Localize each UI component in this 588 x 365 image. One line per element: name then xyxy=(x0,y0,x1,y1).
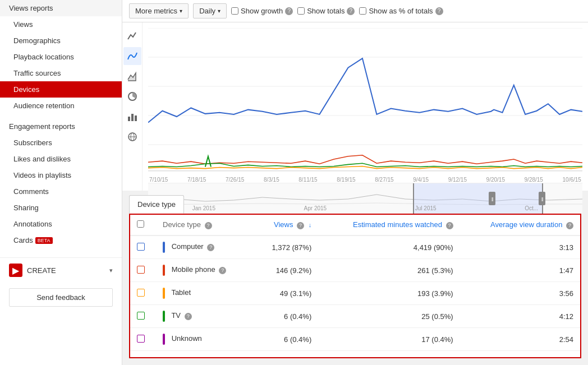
x-label-7: 9/4/15 xyxy=(413,177,429,183)
sidebar-item-videos-in-playlists[interactable]: Videos in playlists xyxy=(0,167,122,183)
views-value: 6 (0.4%) xyxy=(252,305,318,328)
row-checkbox[interactable] xyxy=(137,266,145,274)
col-header-estimated-minutes: Estimated minutes watched ? xyxy=(318,215,460,235)
nav-handle-left[interactable] xyxy=(489,192,495,205)
sidebar-item-engagement-reports[interactable]: Engagement reports xyxy=(0,118,122,135)
show-totals-help-icon[interactable]: ? xyxy=(347,7,355,15)
dropdown-arrow-icon: ▾ xyxy=(180,8,182,14)
show-growth-checkbox[interactable] xyxy=(231,7,238,15)
area-chart-icon-btn[interactable] xyxy=(123,67,141,85)
sidebar-item-playback-locations[interactable]: Playback locations xyxy=(0,49,122,65)
svg-rect-2 xyxy=(131,114,134,121)
show-totals-checkbox[interactable] xyxy=(297,7,305,15)
dropdown-arrow-icon: ▾ xyxy=(218,8,220,14)
row-checkbox-cell xyxy=(130,282,156,305)
sidebar-item-views[interactable]: Views xyxy=(0,16,122,33)
x-label-10: 9/28/15 xyxy=(525,177,543,183)
row-checkbox[interactable] xyxy=(137,243,145,251)
row-help-icon[interactable]: ? xyxy=(207,244,214,251)
sidebar-item-audience-retention[interactable]: Audience retention xyxy=(0,98,122,114)
views-value: 1,372 (87%) xyxy=(252,235,318,259)
data-table-wrapper: Device type ? Views ? ↓ Estimated minute… xyxy=(129,214,581,358)
device-link[interactable]: Unknown xyxy=(172,334,202,343)
sidebar-item-likes-dislikes[interactable]: Likes and dislikes xyxy=(0,151,122,167)
sidebar-item-sharing[interactable]: Sharing xyxy=(0,200,122,216)
avg-duration-value: 2:54 xyxy=(460,328,580,351)
show-as-pct-help-icon[interactable]: ? xyxy=(435,7,443,15)
create-label: CREATE xyxy=(27,266,56,275)
show-growth-checkbox-label[interactable]: Show growth ? xyxy=(231,7,293,15)
row-checkbox[interactable] xyxy=(137,289,145,297)
minutes-value: 4,419 (90%) xyxy=(318,235,460,259)
views-value: 6 (0.4%) xyxy=(252,328,318,351)
sidebar-item-comments[interactable]: Comments xyxy=(0,183,122,200)
select-all-checkbox[interactable] xyxy=(137,220,144,228)
col-header-device-type: Device type ? xyxy=(156,215,252,235)
minutes-value: 25 (0.5%) xyxy=(318,305,460,328)
devices-table: Device type ? Views ? ↓ Estimated minute… xyxy=(130,215,580,351)
row-color-indicator xyxy=(163,288,165,299)
row-color-indicator xyxy=(163,334,165,345)
chart-icon-panel xyxy=(122,22,143,191)
show-as-pct-checkbox-label[interactable]: Show as % of totals ? xyxy=(359,7,443,15)
show-totals-checkbox-label[interactable]: Show totals ? xyxy=(297,7,355,15)
sidebar-item-cards[interactable]: Cards BETA xyxy=(0,232,122,248)
device-name-cell: TV ? xyxy=(156,305,252,328)
smooth-line-chart-icon-btn[interactable] xyxy=(123,47,141,65)
row-help-icon[interactable]: ? xyxy=(185,313,192,320)
device-name-cell: Mobile phone ? xyxy=(156,259,252,282)
sidebar-item-demographics[interactable]: Demographics xyxy=(0,33,122,49)
sidebar-item-annotations[interactable]: Annotations xyxy=(0,216,122,232)
row-color-indicator xyxy=(163,242,165,253)
line-chart-icon-btn[interactable] xyxy=(123,27,141,45)
sidebar-item-devices[interactable]: Devices xyxy=(0,81,122,98)
minutes-help-icon[interactable]: ? xyxy=(446,222,453,229)
minutes-value: 193 (3.9%) xyxy=(318,282,460,305)
sort-arrow-icon: ↓ xyxy=(309,221,312,228)
device-link[interactable]: Computer xyxy=(172,242,204,251)
more-metrics-button[interactable]: More metrics ▾ xyxy=(129,3,189,19)
x-label-4: 8/11/15 xyxy=(298,177,317,183)
row-checkbox[interactable] xyxy=(137,335,145,343)
views-help-icon[interactable]: ? xyxy=(297,222,304,229)
nav-labels: Jan 2015 Apr 2015 Jul 2015 Oct... xyxy=(148,205,582,211)
beta-badge: BETA xyxy=(35,237,53,244)
table-row: Unknown 6 (0.4%) 17 (0.4%) 2:54 xyxy=(130,328,580,351)
x-label-1: 7/18/15 xyxy=(187,177,206,183)
device-link[interactable]: Tablet xyxy=(171,288,191,297)
show-growth-help-icon[interactable]: ? xyxy=(285,7,293,15)
globe-icon-btn[interactable] xyxy=(123,128,141,146)
sidebar-item-subscribers[interactable]: Subscribers xyxy=(0,135,122,151)
sidebar-item-traffic-sources[interactable]: Traffic sources xyxy=(0,65,122,81)
col-header-views[interactable]: Views ? ↓ xyxy=(252,215,318,235)
avg-help-icon[interactable]: ? xyxy=(566,222,573,229)
pie-chart-icon-btn[interactable] xyxy=(123,87,141,105)
bar-chart-icon-btn[interactable] xyxy=(123,108,141,126)
sidebar: Views reports Views Demographics Playbac… xyxy=(0,0,122,365)
device-name-cell: Tablet xyxy=(156,282,252,305)
tab-device-type[interactable]: Device type xyxy=(129,195,184,214)
row-checkbox-cell xyxy=(130,328,156,351)
show-as-pct-checkbox[interactable] xyxy=(359,7,366,15)
col-header-avg-view-duration: Average view duration ? xyxy=(460,215,580,235)
device-type-help-icon[interactable]: ? xyxy=(205,222,212,229)
send-feedback-button[interactable]: Send feedback xyxy=(9,288,113,307)
x-label-3: 8/3/15 xyxy=(264,177,279,183)
row-checkbox-cell xyxy=(130,305,156,328)
device-link[interactable]: Mobile phone xyxy=(172,265,215,274)
avg-duration-value: 3:56 xyxy=(460,282,580,305)
daily-button[interactable]: Daily ▾ xyxy=(193,3,227,19)
device-name-cell: Computer ? xyxy=(156,235,252,259)
create-icon: ▶ xyxy=(9,264,22,277)
sidebar-item-views-reports[interactable]: Views reports xyxy=(0,0,122,16)
row-color-indicator xyxy=(163,311,165,322)
row-checkbox[interactable] xyxy=(137,312,145,320)
row-help-icon[interactable]: ? xyxy=(219,267,226,274)
table-row: Computer ? 1,372 (87%) 4,419 (90%) 3:13 xyxy=(130,235,580,259)
sidebar-create-button[interactable]: ▶ CREATE ▾ xyxy=(0,257,122,283)
minutes-value: 17 (0.4%) xyxy=(318,328,460,351)
device-link[interactable]: TV xyxy=(171,311,181,320)
nav-handle-right[interactable] xyxy=(539,192,545,205)
main-content: More metrics ▾ Daily ▾ Show growth ? Sho… xyxy=(122,0,588,365)
row-checkbox-cell xyxy=(130,259,156,282)
